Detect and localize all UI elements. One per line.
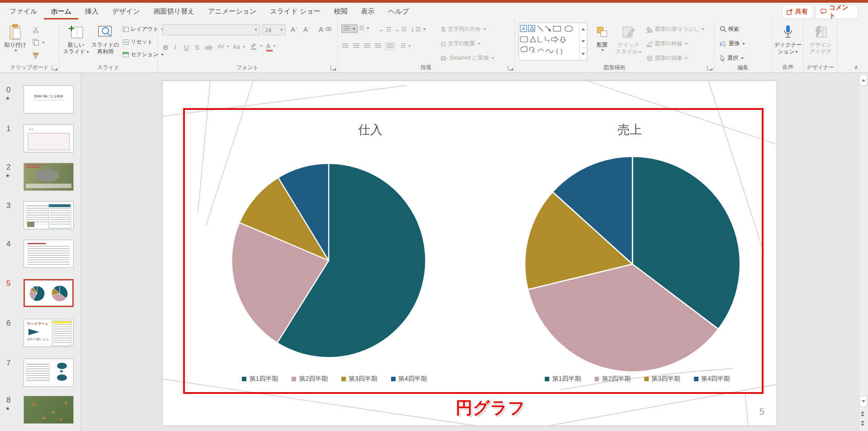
copy-button[interactable] xyxy=(33,39,45,46)
slide-caption[interactable]: 円グラフ xyxy=(407,397,574,419)
voice-group-label: 音声 xyxy=(772,64,803,71)
comments-button[interactable]: コメント xyxy=(816,5,858,19)
font-color-button[interactable]: A xyxy=(266,43,276,50)
paragraph-dialog-launcher[interactable] xyxy=(508,66,512,70)
red-highlight-rectangle[interactable] xyxy=(183,108,764,394)
tab-アニメーション[interactable]: アニメーション xyxy=(201,3,263,19)
character-spacing-button[interactable]: AV xyxy=(217,43,230,50)
tab-スライド ショー[interactable]: スライド ショー xyxy=(263,3,327,19)
slide-thumbnail-image[interactable]: 動物の毒になる植物 xyxy=(24,85,74,114)
justify-button[interactable] xyxy=(375,43,381,48)
shape-outline-button[interactable]: 図形の枠線 xyxy=(646,40,688,47)
slide-thumbnail-image[interactable] xyxy=(24,240,74,268)
copy-dropdown-caret[interactable] xyxy=(42,42,45,43)
slide-thumbnail-image[interactable] xyxy=(24,279,74,307)
collapse-ribbon-chevron-icon[interactable]: ∧ xyxy=(854,64,858,71)
vertical-scrollbar[interactable] xyxy=(859,74,868,431)
underline-button[interactable]: U xyxy=(184,43,189,51)
font-dialog-launcher[interactable] xyxy=(330,66,335,70)
align-text-button[interactable]: ⊡ 文字の配置 xyxy=(441,40,481,47)
slide-thumbnail-7[interactable]: 7 xyxy=(0,359,81,388)
columns-button[interactable] xyxy=(401,43,411,48)
decrease-indent-button[interactable]: ← xyxy=(378,26,391,33)
slide-thumbnail-panel[interactable]: 0★動物の毒になる植物1目次2★345 6ワードアートぱわーぽいんと78★ xyxy=(0,74,81,431)
align-right-button[interactable] xyxy=(364,43,370,48)
numbering-button[interactable] xyxy=(359,26,369,31)
tab-ホーム[interactable]: ホーム xyxy=(44,3,78,19)
tab-デザイン[interactable]: デザイン xyxy=(105,3,146,19)
dictation-button[interactable]: ディクテー ション xyxy=(773,24,803,55)
arrange-button[interactable]: 配置 xyxy=(592,24,613,51)
font-name-caret[interactable] xyxy=(255,29,257,31)
slide-thumbnail-image[interactable] xyxy=(24,359,74,387)
tab-画面切り替え[interactable]: 画面切り替え xyxy=(147,3,202,19)
shape-effects-button[interactable]: 図形の効果 xyxy=(646,54,688,62)
slide-thumbnail-6[interactable]: 6ワードアートぱわーぽいんと xyxy=(0,319,81,348)
font-size-caret[interactable] xyxy=(280,29,283,31)
previous-slide-button[interactable] xyxy=(861,411,864,416)
align-center-button[interactable] xyxy=(353,43,359,48)
paste-button[interactable]: 貼り付け xyxy=(4,24,27,52)
scroll-up-button[interactable] xyxy=(859,75,868,86)
paste-dropdown-caret[interactable] xyxy=(14,50,17,52)
slide-thumbnail-image[interactable] xyxy=(24,396,74,424)
text-direction-button[interactable]: ⇅ 文字列の方向 xyxy=(441,25,486,33)
shrink-font-button[interactable]: Aˇ xyxy=(303,25,310,33)
tab-挿入[interactable]: 挿入 xyxy=(78,3,105,19)
shape-gallery-up-button[interactable] xyxy=(580,23,587,35)
font-size-combobox[interactable]: 24 xyxy=(262,24,286,35)
shape-gallery-down-button[interactable] xyxy=(580,35,587,47)
reuse-slides-button[interactable]: スライドの 再利用 xyxy=(91,24,120,55)
strikethrough-button[interactable]: ab xyxy=(205,43,212,51)
shape-outline-icon xyxy=(646,41,653,47)
slide-thumbnail-image[interactable] xyxy=(24,201,74,229)
italic-button[interactable]: I xyxy=(174,43,176,51)
slide-thumbnail-image[interactable]: ワードアートぱわーぽいんと xyxy=(24,319,74,347)
reset-button[interactable]: リセット xyxy=(123,38,153,46)
increase-indent-button[interactable]: → xyxy=(394,26,406,33)
distribute-button[interactable] xyxy=(386,43,395,50)
ribbon-group-drawing: A { } xyxy=(515,20,714,72)
share-button[interactable]: 共有 xyxy=(782,5,813,19)
tab-ヘルプ[interactable]: ヘルプ xyxy=(382,3,416,19)
cut-button[interactable] xyxy=(33,26,39,33)
line-spacing-button[interactable]: ↕ xyxy=(411,26,426,33)
format-painter-button[interactable] xyxy=(33,52,39,59)
next-slide-button[interactable] xyxy=(861,421,864,426)
design-ideas-button[interactable]: デザイン アイデア xyxy=(806,24,835,55)
bullets-button[interactable] xyxy=(341,24,358,33)
slide-thumbnail-4[interactable]: 4 xyxy=(0,240,81,269)
quick-styles-button[interactable]: クイック スタイル xyxy=(615,24,642,55)
replace-button[interactable]: bc 置換 xyxy=(720,40,745,47)
text-highlight-button[interactable] xyxy=(250,43,263,50)
shadow-button[interactable]: S xyxy=(195,43,199,51)
clipboard-dialog-launcher[interactable] xyxy=(52,66,57,70)
find-button[interactable]: 検索 xyxy=(720,25,739,33)
convert-smartart-button[interactable]: SmartArt に変換 xyxy=(441,54,494,62)
tab-校閲[interactable]: 校閲 xyxy=(327,3,354,19)
clear-formatting-button[interactable]: A⌫ xyxy=(319,25,331,33)
slide-thumbnail-0[interactable]: 0★動物の毒になる植物 xyxy=(0,85,81,114)
slide-thumbnail-1[interactable]: 1目次 xyxy=(0,124,81,153)
slide-canvas[interactable]: 仕入 売上 第1四半期第2四半期第3四半期第4四半期 第1四半期第2四半期第3四… xyxy=(163,81,777,426)
new-slide-button[interactable]: 新しい スライド xyxy=(62,24,90,55)
slide-thumbnail-5[interactable]: 5 xyxy=(0,279,81,308)
tab-ファイル[interactable]: ファイル xyxy=(3,3,44,19)
grow-font-button[interactable]: Aˆ xyxy=(291,25,297,33)
bold-button[interactable]: B xyxy=(163,43,168,51)
shape-fill-button[interactable]: 図形の塗りつぶし xyxy=(646,25,704,33)
slide-thumbnail-image[interactable] xyxy=(24,163,74,191)
shape-gallery-more-button[interactable] xyxy=(580,47,587,60)
select-button[interactable]: 選択 xyxy=(720,54,744,62)
slide-thumbnail-2[interactable]: 2★ xyxy=(0,163,81,192)
shape-gallery[interactable]: A { } xyxy=(519,23,587,61)
slide-thumbnail-8[interactable]: 8★ xyxy=(0,396,81,425)
tab-表示[interactable]: 表示 xyxy=(354,3,382,19)
slide-thumbnail-3[interactable]: 3 xyxy=(0,201,81,230)
font-name-combobox[interactable] xyxy=(162,24,260,35)
scroll-down-button[interactable] xyxy=(859,396,868,407)
drawing-dialog-launcher[interactable] xyxy=(707,66,712,70)
align-left-button[interactable] xyxy=(342,43,349,48)
slide-thumbnail-image[interactable]: 目次 xyxy=(24,124,74,152)
change-case-button[interactable]: Aa xyxy=(233,43,245,50)
